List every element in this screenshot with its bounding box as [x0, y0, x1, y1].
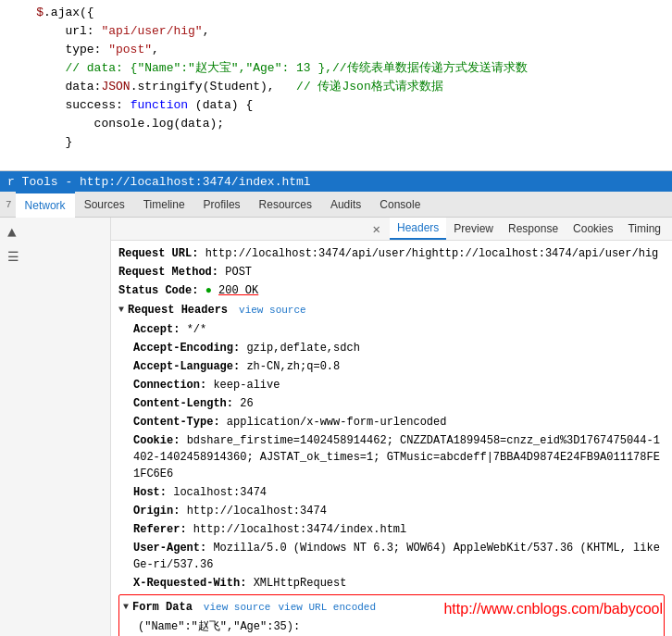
tab-network[interactable]: Network — [16, 192, 75, 218]
code-line-6: data:JSON.stringify(Student), // 传递Json格… — [0, 78, 672, 96]
referer-label: Referer: — [133, 523, 187, 536]
cookie-value: bdshare_firstime=1402458914462; CNZZDATA… — [133, 434, 660, 480]
tab-sources[interactable]: Sources — [75, 192, 134, 218]
tab-profiles[interactable]: Profiles — [194, 192, 250, 218]
status-code-label: Status Code: — [118, 284, 198, 297]
origin-value: http://localhost:3474 — [187, 505, 327, 518]
request-url-row: Request URL: http://localhost:3474/api/u… — [118, 244, 665, 263]
x-requested-with-value: XMLHttpRequest — [254, 577, 347, 590]
request-tab-preview[interactable]: Preview — [446, 218, 501, 240]
view-source-link[interactable]: view source — [239, 302, 306, 318]
accept-language-label: Accept-Language: — [133, 360, 240, 373]
request-method-label: Request Method: — [118, 266, 218, 279]
request-tab-timing[interactable]: Timing — [620, 218, 668, 240]
referer-value: http://localhost:3474/index.html — [193, 523, 406, 536]
referer-row: Referer: http://localhost:3474/index.htm… — [133, 520, 665, 539]
sidebar: ▲ ☰ — [0, 218, 111, 636]
main-content: ✕ Headers Preview Response Cookies Timin… — [111, 218, 672, 636]
x-requested-with-row: X-Requested-With: XMLHttpRequest — [133, 574, 665, 592]
x-requested-with-label: X-Requested-With: — [133, 577, 246, 590]
content-type-row: Content-Type: application/x-www-form-url… — [133, 413, 665, 431]
accept-encoding-row: Accept-Encoding: gzip,deflate,sdch — [133, 339, 665, 357]
user-agent-row: User-Agent: Mozilla/5.0 (Windows NT 6.3;… — [133, 539, 665, 574]
tab-audits[interactable]: Audits — [321, 192, 370, 218]
form-data-triangle: ▼ — [123, 599, 129, 616]
sidebar-list-icon[interactable]: ☰ — [0, 245, 110, 268]
code-line-4: // data: {"Name":"赵大宝","Age": 13 },//传统表… — [0, 59, 672, 78]
code-line-1: $.ajax({ — [0, 4, 672, 22]
content-length-row: Content-Length: 26 — [133, 394, 665, 413]
form-data-view-url[interactable]: view URL encoded — [278, 599, 376, 616]
connection-label: Connection: — [133, 379, 206, 392]
status-code-row: Status Code: ● 200 OK — [118, 281, 665, 300]
panel-area: ▲ ☰ ✕ Headers Preview Response Cookies T… — [0, 218, 672, 636]
devtools-tabbar[interactable]: 7 Network Sources Timeline Profiles Reso… — [0, 192, 672, 218]
code-line-10: } — [0, 133, 672, 152]
code-area: $.ajax({ url: "api/user/hig", type: "pos… — [0, 0, 672, 171]
user-agent-value: Mozilla/5.0 (Windows NT 6.3; WOW64) Appl… — [133, 542, 660, 571]
tab-resources[interactable]: Resources — [250, 192, 321, 218]
form-data-value: ("Name":"赵飞","Age":35): — [138, 620, 300, 633]
request-url-val: http://localhost:3474/api/user/hig — [431, 247, 658, 260]
request-headers-triangle: ▼ — [118, 302, 124, 318]
accept-language-value: zh-CN,zh;q=0.8 — [246, 360, 340, 373]
devtools-titlebar: r Tools - http://localhost:3474/index.ht… — [0, 171, 672, 192]
cookie-row: Cookie: bdshare_firstime=1402458914462; … — [133, 431, 665, 483]
code-line-9: console.log(data); — [0, 115, 672, 133]
cookie-label: Cookie: — [133, 434, 180, 447]
devtools-indicator: 7 — [2, 199, 16, 210]
code-line-2: url: "api/user/hig", — [0, 22, 672, 41]
connection-value: keep-alive — [213, 379, 280, 392]
host-row: Host: localhost:3474 — [133, 483, 665, 502]
accept-row: Accept: */* — [133, 320, 665, 339]
host-label: Host: — [133, 486, 167, 499]
origin-row: Origin: http://localhost:3474 — [133, 502, 665, 520]
accept-value: */* — [187, 323, 207, 336]
request-method-value: POST — [225, 266, 252, 279]
status-code-value: ● 200 OK — [205, 284, 259, 297]
sidebar-up-arrow[interactable]: ▲ — [0, 221, 110, 245]
request-headers-body: Accept: */* Accept-Encoding: gzip,deflat… — [118, 320, 665, 592]
devtools-title: r Tools - http://localhost:3474/index.ht… — [7, 175, 311, 189]
accept-language-row: Accept-Language: zh-CN,zh;q=0.8 — [133, 357, 665, 376]
request-method-row: Request Method: POST — [118, 263, 665, 281]
form-data-view-source[interactable]: view source — [204, 599, 271, 616]
host-value: localhost:3474 — [173, 486, 267, 499]
form-data-label: Form Data — [132, 599, 193, 616]
connection-row: Connection: keep-alive — [133, 376, 665, 394]
content-type-value: application/x-www-form-urlencoded — [227, 416, 447, 429]
accept-encoding-value: gzip,deflate,sdch — [246, 342, 359, 355]
content-length-label: Content-Length: — [133, 397, 233, 410]
request-url-label: Request URL: — [118, 247, 198, 260]
code-line-3: type: "post", — [0, 41, 672, 59]
request-tabs[interactable]: ✕ Headers Preview Response Cookies Timin… — [111, 218, 672, 241]
watermark: http://www.cnblogs.com/babycool — [443, 601, 663, 617]
form-data-body: ("Name":"赵飞","Age":35): — [123, 617, 660, 636]
request-headers-label: Request Headers — [128, 302, 228, 318]
form-data-value-row: ("Name":"赵飞","Age":35): — [138, 617, 660, 636]
accept-label: Accept: — [133, 323, 180, 336]
content-type-label: Content-Type: — [133, 416, 220, 429]
headers-content: Request URL: http://localhost:3474/api/u… — [111, 241, 672, 636]
request-headers-section[interactable]: ▼ Request Headers view source — [118, 300, 665, 320]
request-url-value: http://localhost:3474/api/user/hig — [205, 247, 432, 260]
close-button[interactable]: ✕ — [367, 219, 386, 239]
origin-label: Origin: — [133, 505, 180, 518]
request-tab-response[interactable]: Response — [501, 218, 566, 240]
accept-encoding-label: Accept-Encoding: — [133, 342, 240, 355]
content-length-value: 26 — [240, 397, 253, 410]
tab-timeline[interactable]: Timeline — [134, 192, 194, 218]
request-tab-cookies[interactable]: Cookies — [566, 218, 620, 240]
code-line-8: success: function (data) { — [0, 96, 672, 115]
tab-console[interactable]: Console — [370, 192, 429, 218]
user-agent-label: User-Agent: — [133, 542, 206, 555]
request-tab-headers[interactable]: Headers — [390, 218, 446, 240]
